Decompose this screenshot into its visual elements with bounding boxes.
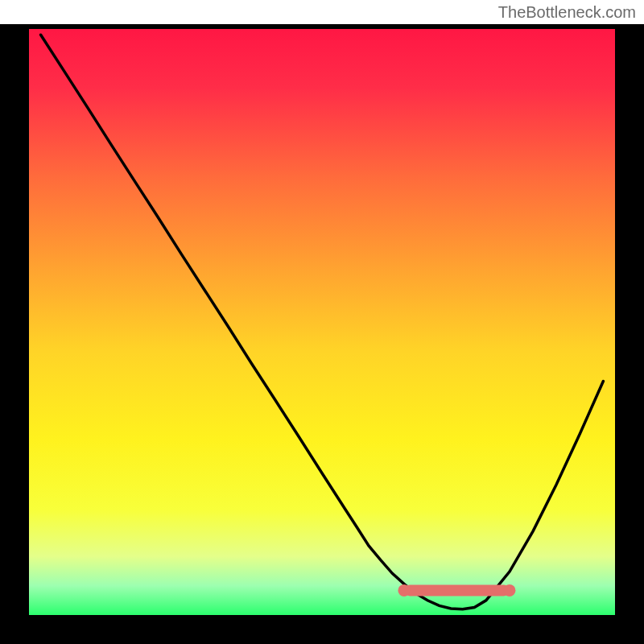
bottleneck-chart (0, 0, 644, 644)
optimal-range-endcap (503, 584, 515, 597)
optimal-range-marker (404, 584, 510, 596)
chart-container: TheBottleneck.com (0, 0, 644, 644)
watermark-text: TheBottleneck.com (498, 3, 636, 22)
chart-background-gradient (29, 29, 615, 615)
optimal-range-endcap (398, 584, 410, 597)
